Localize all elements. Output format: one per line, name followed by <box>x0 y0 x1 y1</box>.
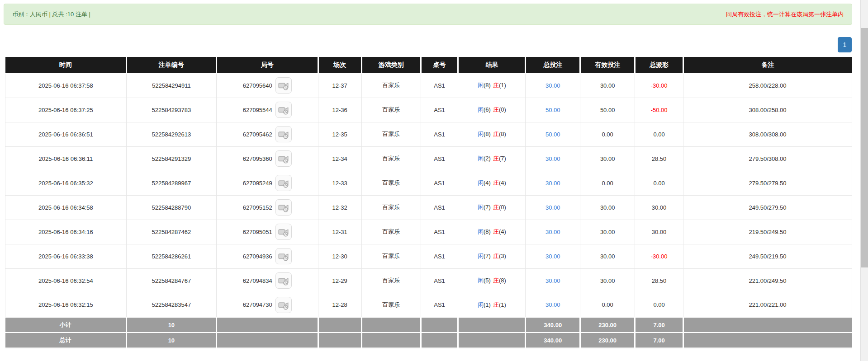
result-player-label: 闲 <box>478 277 484 284</box>
result-player-score: (1) <box>484 301 491 308</box>
video-replay-icon <box>278 153 289 164</box>
cell-result: 闲(5)庄(8) <box>458 268 526 293</box>
cell-result: 闲(2)庄(7) <box>458 146 526 171</box>
result-banker-score: (8) <box>499 277 506 284</box>
video-replay-button[interactable] <box>275 102 292 118</box>
cell-valid-bet: 30.00 <box>580 268 635 293</box>
cell-session: 12-36 <box>318 98 361 122</box>
cell-time: 2025-06-16 06:35:32 <box>5 171 127 195</box>
cell-payout: 30.00 <box>635 195 683 220</box>
total-bet-link[interactable]: 30.00 <box>545 180 560 187</box>
cell-game-type: 百家乐 <box>361 268 421 293</box>
video-replay-button[interactable] <box>275 272 292 289</box>
video-replay-icon <box>278 275 289 286</box>
video-replay-button[interactable] <box>275 248 292 264</box>
video-replay-button[interactable] <box>275 77 292 94</box>
page-1-button[interactable]: 1 <box>838 37 852 52</box>
summary-row: 小计 10 340.00 230.00 7.00 <box>5 317 852 333</box>
result-banker-score: (4) <box>499 179 506 186</box>
cell-round: 627094936 <box>216 244 318 268</box>
scrollbar-thumb[interactable] <box>861 28 868 267</box>
table-row: 2025-06-16 06:37:25 522584293783 6270955… <box>5 98 852 122</box>
summary-total-bet: 340.00 <box>526 317 580 333</box>
cell-payout: 0.00 <box>635 293 683 317</box>
round-id-text: 627094730 <box>243 301 272 308</box>
header-cell: 总投注 <box>526 57 580 73</box>
cell-time: 2025-06-16 06:37:25 <box>5 98 127 122</box>
video-replay-button[interactable] <box>275 297 292 313</box>
round-id-text: 627094936 <box>243 253 272 260</box>
result-player-score: (7) <box>484 204 491 211</box>
total-bet-link[interactable]: 50.00 <box>545 107 560 113</box>
cell-bet-id: 522584283547 <box>126 293 216 317</box>
summary-label: 小计 <box>5 317 127 333</box>
cell-table-no: AS1 <box>421 171 458 195</box>
vertical-scrollbar[interactable] <box>860 0 868 361</box>
video-replay-button[interactable] <box>275 150 292 167</box>
cell-result: 闲(6)庄(0) <box>458 98 526 122</box>
header-cell: 结果 <box>458 57 526 73</box>
summary-empty-cell <box>421 317 458 333</box>
header-cell: 有效投注 <box>580 57 635 73</box>
result-player-label: 闲 <box>478 155 484 162</box>
video-replay-button[interactable] <box>275 224 292 240</box>
total-bet-link[interactable]: 30.00 <box>545 82 560 89</box>
total-bet-link[interactable]: 30.00 <box>545 253 560 260</box>
cell-time: 2025-06-16 06:36:11 <box>5 146 127 171</box>
header-cell: 桌号 <box>421 57 458 73</box>
bet-records-table: 时间注单编号局号场次游戏类别桌号结果总投注有效投注总派彩备注 2025-06-1… <box>5 57 852 348</box>
cell-payout: -30.00 <box>635 244 683 268</box>
cell-remark: 308.00/308.00 <box>683 122 852 146</box>
round-id-text: 627095152 <box>243 204 272 211</box>
round-id-text: 627094834 <box>243 277 272 284</box>
cell-session: 12-34 <box>318 146 361 171</box>
cell-round: 627094834 <box>216 268 318 293</box>
summary-valid-bet: 230.00 <box>580 333 635 348</box>
total-bet-link[interactable]: 30.00 <box>545 277 560 284</box>
round-id-text: 627095462 <box>243 131 272 138</box>
total-bet-link[interactable]: 50.00 <box>545 131 560 138</box>
result-banker-label: 庄 <box>493 155 499 162</box>
cell-payout: 0.00 <box>635 171 683 195</box>
video-replay-button[interactable] <box>275 175 292 191</box>
table-row: 2025-06-16 06:33:38 522584286261 6270949… <box>5 244 852 268</box>
cell-table-no: AS1 <box>421 244 458 268</box>
result-banker-score: (1) <box>499 82 506 89</box>
result-player-score: (8) <box>484 228 491 235</box>
summary-label: 总计 <box>5 333 127 348</box>
result-banker-label: 庄 <box>493 301 499 308</box>
result-banker-score: (0) <box>499 204 506 211</box>
cell-valid-bet: 30.00 <box>580 220 635 244</box>
cell-result: 闲(7)庄(0) <box>458 195 526 220</box>
cell-valid-bet: 50.00 <box>580 98 635 122</box>
notice-bar: 币别：人民币 | 总共 :10 注单 | 同局有效投注，统一计算在该局第一张注单… <box>4 4 852 25</box>
summary-empty-cell <box>421 333 458 348</box>
round-id-text: 627095051 <box>243 229 272 235</box>
video-replay-button[interactable] <box>275 199 292 216</box>
total-bet-link[interactable]: 30.00 <box>545 229 560 235</box>
cell-session: 12-31 <box>318 220 361 244</box>
cell-valid-bet: 0.00 <box>580 171 635 195</box>
cell-total-bet: 30.00 <box>526 73 580 98</box>
total-bet-link[interactable]: 30.00 <box>545 204 560 211</box>
total-bet-link[interactable]: 30.00 <box>545 301 560 308</box>
cell-session: 12-32 <box>318 195 361 220</box>
video-replay-icon <box>278 250 289 262</box>
video-replay-icon <box>278 299 289 311</box>
cell-round: 627095152 <box>216 195 318 220</box>
cell-valid-bet: 0.00 <box>580 293 635 317</box>
cell-total-bet: 30.00 <box>526 293 580 317</box>
result-banker-score: (3) <box>499 253 506 259</box>
summary-empty-cell <box>318 317 361 333</box>
cell-round: 627095360 <box>216 146 318 171</box>
header-cell: 备注 <box>683 57 852 73</box>
summary-empty-cell <box>458 317 526 333</box>
video-replay-button[interactable] <box>275 126 292 142</box>
total-bet-link[interactable]: 30.00 <box>545 155 560 162</box>
summary-empty-cell <box>458 333 526 348</box>
cell-time: 2025-06-16 06:33:38 <box>5 244 127 268</box>
cell-bet-id: 522584286261 <box>126 244 216 268</box>
cell-session: 12-33 <box>318 171 361 195</box>
result-player-score: (8) <box>484 131 491 137</box>
table-row: 2025-06-16 06:34:58 522584288790 6270951… <box>5 195 852 220</box>
